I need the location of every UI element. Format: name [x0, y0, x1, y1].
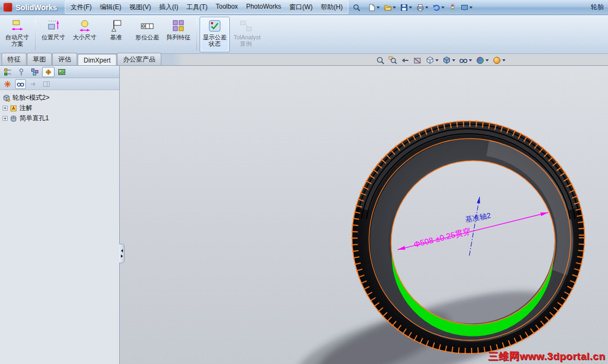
chevron-down-icon: [469, 6, 473, 9]
hide-show-items-button[interactable]: [459, 56, 472, 65]
search-button[interactable]: [352, 3, 361, 12]
save-icon: [400, 4, 408, 11]
size-dimension-icon: [78, 19, 92, 33]
print-button[interactable]: [415, 3, 429, 12]
image-capture-button[interactable]: [460, 3, 474, 12]
flat-tree-button: [28, 79, 39, 89]
menu-view[interactable]: 视图(V): [126, 2, 155, 13]
show-tolerance-status-button[interactable]: 显示公差状态: [200, 17, 230, 52]
chevron-down-icon: [441, 6, 445, 9]
chevron-down-icon: [435, 59, 439, 61]
menu-edit[interactable]: 编辑(E): [96, 2, 125, 13]
featuremanager-tab[interactable]: [2, 67, 14, 77]
tab-sketch[interactable]: 草图: [27, 53, 52, 65]
tab-dimxpert[interactable]: DimXpert: [78, 54, 117, 65]
rebuild-button[interactable]: [448, 3, 457, 12]
chevron-down-icon: [409, 6, 412, 9]
menu-tools[interactable]: 工具(T): [182, 2, 211, 13]
command-manager: 自动尺寸方案 位置尺寸 大小尺寸 基准 形位公差 阵列特征 显示公差状态 Tol…: [0, 15, 608, 54]
rebuild-icon: [449, 4, 456, 11]
tree-item-part[interactable]: 轮胎<模式2>: [1, 93, 118, 103]
expand-right-icon: [121, 255, 123, 258]
new-document-button[interactable]: [367, 3, 381, 12]
dimxpertmanager-icon: [44, 68, 52, 76]
tab-features[interactable]: 特征: [2, 53, 26, 65]
location-dimension-button[interactable]: 位置尺寸: [38, 17, 69, 52]
menu-file[interactable]: 文件(F): [67, 2, 95, 13]
annotation-views-button[interactable]: [15, 79, 26, 89]
watermark: 三维网www.3dportal.cn: [488, 349, 605, 363]
configurationmanager-tab[interactable]: [29, 67, 41, 77]
tolanalyst-study-icon: [239, 19, 253, 33]
search-icon: [353, 4, 360, 11]
tab-evaluate[interactable]: 评估: [52, 53, 77, 65]
menu-help[interactable]: 帮助(H): [317, 2, 347, 13]
undo-icon: [433, 4, 440, 11]
dimxpert-display-toolbar: [0, 78, 119, 90]
button-label: 形位公差: [135, 34, 159, 40]
graphics-viewport: Φ508 ±0.25贯穿 基准轴2 三维网www.3dportal.cn: [120, 66, 608, 364]
appearances-button[interactable]: [476, 56, 489, 65]
section-view-button[interactable]: [413, 56, 422, 65]
appearances-icon: [476, 56, 484, 65]
annotation-views-icon: [17, 80, 24, 88]
menu-toolbox[interactable]: Toolbox: [212, 2, 242, 13]
datum-button[interactable]: 基准: [101, 17, 131, 52]
menu-insert[interactable]: 插入(I): [155, 2, 182, 13]
chevron-down-icon: [486, 59, 489, 61]
tab-office-products[interactable]: 办公室产品: [117, 53, 161, 65]
part-icon: [3, 94, 10, 102]
section-view-icon: [413, 56, 422, 65]
display-style-icon: [442, 56, 451, 65]
button-label: TolAnalyst 算例: [234, 34, 258, 47]
tolerance-status-button[interactable]: [2, 79, 13, 89]
pattern-feature-button[interactable]: 阵列特征: [163, 17, 194, 52]
heads-up-view-toolbar: [376, 56, 505, 65]
pattern-feature-icon: [172, 19, 186, 33]
save-button[interactable]: [399, 3, 413, 12]
open-document-button[interactable]: [383, 3, 397, 12]
view-orientation-button[interactable]: [426, 56, 439, 65]
annotations-icon: [10, 105, 17, 112]
graphics-area[interactable]: Φ508 ±0.25贯穿 基准轴2: [120, 66, 608, 364]
zoom-fit-button[interactable]: [376, 56, 385, 65]
tree-item-label: 注解: [19, 104, 32, 113]
zoom-area-button[interactable]: [388, 56, 397, 65]
geometric-tolerance-button[interactable]: 形位公差: [132, 17, 162, 52]
menu-photoworks[interactable]: PhotoWorks: [242, 2, 285, 13]
auto-dimension-scheme-button[interactable]: 自动尺寸方案: [2, 17, 32, 52]
separator: [35, 19, 36, 50]
titlebar: SolidWorks 文件(F) 编辑(E) 视图(V) 插入(I) 工具(T)…: [0, 0, 608, 15]
scene-icon: [493, 56, 501, 65]
tree-item-annotations[interactable]: 注解: [1, 103, 118, 113]
chevron-down-icon: [425, 6, 428, 9]
tree-item-label: 简单直孔1: [19, 114, 49, 123]
tree-item-hole-feature[interactable]: 简单直孔1: [1, 113, 118, 123]
show-tolerance-status-icon: [208, 19, 222, 33]
size-dimension-button[interactable]: 大小尺寸: [70, 17, 100, 52]
quick-toolbar: [367, 3, 474, 12]
open-folder-icon: [384, 4, 392, 11]
undo-button[interactable]: [432, 3, 446, 12]
auto-dimension-scheme-icon: [10, 19, 24, 33]
chevron-down-icon: [452, 59, 455, 61]
chevron-down-icon: [393, 6, 396, 9]
display-style-button[interactable]: [442, 56, 455, 65]
previous-view-button[interactable]: [401, 56, 409, 65]
new-document-icon: [368, 4, 375, 11]
zoom-area-icon: [388, 56, 397, 65]
displaymanager-tab[interactable]: [56, 67, 68, 77]
button-label: 基准: [110, 34, 122, 40]
dimxpert-tree: 轮胎<模式2> 注解 简单直孔1: [0, 90, 119, 364]
previous-view-icon: [401, 56, 409, 65]
menu-window[interactable]: 窗口(W): [285, 2, 316, 13]
dimxpertmanager-tab[interactable]: [42, 67, 54, 77]
expand-icon[interactable]: [3, 116, 8, 121]
datum-icon: [109, 19, 123, 33]
location-dimension-icon: [46, 19, 60, 33]
expand-icon[interactable]: [3, 106, 8, 111]
propertymanager-tab[interactable]: [15, 67, 28, 77]
panel-splitter-handle[interactable]: [119, 244, 125, 263]
display-pane-button: [41, 79, 52, 89]
scene-button[interactable]: [493, 56, 505, 65]
